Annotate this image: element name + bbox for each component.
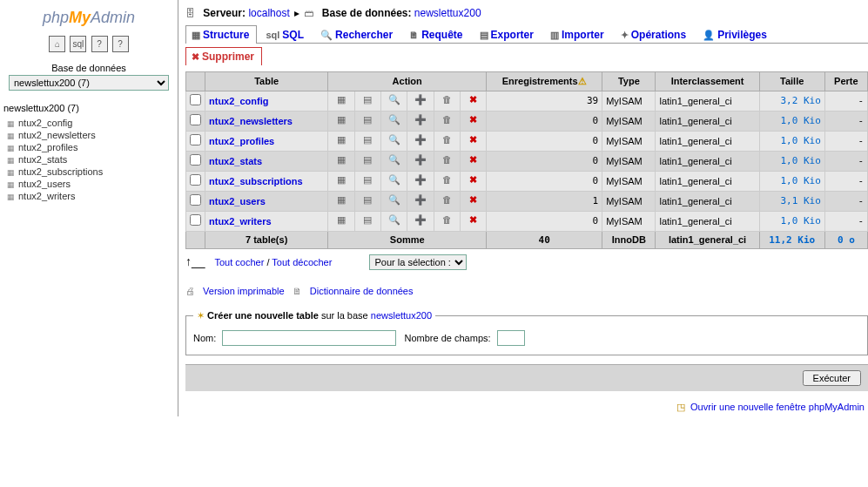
table-name-link[interactable]: ntux2_newsletters: [209, 116, 293, 126]
structure-icon[interactable]: ▤: [360, 114, 374, 128]
type-cell: MyISAM: [602, 151, 656, 171]
insert-icon[interactable]: ➕: [414, 214, 427, 228]
db-link[interactable]: newslettux200: [414, 7, 481, 19]
search-icon[interactable]: 🔍: [387, 214, 401, 228]
insert-icon[interactable]: ➕: [414, 134, 427, 148]
search-icon[interactable]: 🔍: [387, 154, 401, 168]
table-name-link[interactable]: ntux2_stats: [209, 156, 262, 166]
sidebar-table-link[interactable]: ntux2_stats: [18, 154, 67, 165]
row-checkbox[interactable]: [190, 214, 201, 226]
row-checkbox[interactable]: [190, 174, 201, 186]
table-name-link[interactable]: ntux2_subscriptions: [209, 176, 303, 186]
tab-operations[interactable]: ✦Opérations: [615, 25, 694, 44]
browse-icon[interactable]: ▦: [334, 194, 348, 208]
browse-icon[interactable]: ▦: [334, 214, 348, 228]
sql-icon[interactable]: sql: [70, 36, 86, 52]
search-icon[interactable]: 🔍: [387, 134, 401, 148]
structure-icon[interactable]: ▤: [360, 94, 374, 108]
drop-icon[interactable]: ✖: [466, 134, 480, 148]
row-checkbox[interactable]: [190, 134, 201, 145]
docs-icon[interactable]: ?: [112, 36, 129, 52]
sum-records: 40: [487, 231, 602, 248]
drop-icon[interactable]: ✖: [466, 154, 480, 168]
size-cell: 1,0 Kio: [759, 171, 824, 191]
home-icon[interactable]: ⌂: [49, 36, 65, 52]
table-name-link[interactable]: ntux2_profiles: [209, 136, 274, 146]
tab-structure[interactable]: ▦Structure: [185, 25, 257, 44]
insert-icon[interactable]: ➕: [414, 114, 427, 128]
browse-icon[interactable]: ▦: [334, 114, 348, 128]
dict-link[interactable]: Dictionnaire de données: [310, 286, 414, 296]
help-icon[interactable]: ?: [91, 36, 108, 52]
query-icon: 🗎: [409, 30, 419, 40]
search-icon[interactable]: 🔍: [387, 194, 401, 208]
sidebar-table-link[interactable]: ntux2_profiles: [18, 142, 78, 152]
empty-icon[interactable]: 🗑: [440, 194, 454, 208]
table-name-input[interactable]: [222, 330, 396, 346]
execute-button[interactable]: Exécuter: [803, 370, 861, 386]
empty-icon[interactable]: 🗑: [440, 174, 454, 188]
table-row: ntux2_profiles▦▤🔍➕🗑✖0MyISAMlatin1_genera…: [186, 131, 868, 151]
table-name-link[interactable]: ntux2_config: [209, 96, 268, 106]
browse-icon[interactable]: ▦: [334, 174, 348, 188]
create-legend-db[interactable]: newslettux200: [371, 310, 432, 321]
sidebar-table-link[interactable]: ntux2_users: [18, 179, 71, 189]
name-label: Nom:: [193, 333, 216, 343]
browse-icon[interactable]: ▦: [334, 94, 348, 108]
db-selector[interactable]: newslettux200 (7): [9, 75, 169, 91]
browse-icon[interactable]: ▦: [334, 134, 348, 148]
tab-import[interactable]: ▥Importer: [544, 25, 612, 44]
row-checkbox[interactable]: [190, 114, 201, 125]
sidebar: phpMyAdmin ⌂ sql ? ? Base de données new…: [0, 0, 178, 416]
drop-icon[interactable]: ✖: [466, 114, 480, 128]
overhead-cell: -: [824, 191, 867, 211]
search-icon[interactable]: 🔍: [387, 114, 401, 128]
insert-icon[interactable]: ➕: [414, 154, 427, 168]
structure-icon[interactable]: ▤: [360, 154, 374, 168]
empty-icon[interactable]: 🗑: [440, 134, 454, 148]
fields-count-input[interactable]: [497, 330, 525, 346]
insert-icon[interactable]: ➕: [414, 94, 427, 108]
empty-icon[interactable]: 🗑: [440, 114, 454, 128]
drop-icon[interactable]: ✖: [466, 214, 480, 228]
sidebar-table-link[interactable]: ntux2_config: [18, 118, 72, 128]
row-checkbox[interactable]: [190, 194, 201, 206]
overhead-cell: -: [824, 171, 867, 191]
tab-drop[interactable]: ✖Supprimer: [185, 47, 262, 65]
print-link[interactable]: Version imprimable: [203, 286, 285, 296]
tab-export[interactable]: ▤Exporter: [474, 25, 542, 44]
empty-icon[interactable]: 🗑: [440, 94, 454, 108]
with-selected-select[interactable]: Pour la sélection :: [369, 254, 467, 270]
check-all-link[interactable]: Tout cocher: [214, 257, 264, 267]
structure-icon[interactable]: ▤: [360, 214, 374, 228]
sidebar-table-link[interactable]: ntux2_subscriptions: [18, 166, 103, 177]
table-name-link[interactable]: ntux2_writers: [209, 216, 272, 227]
uncheck-all-link[interactable]: Tout décocher: [272, 257, 332, 267]
tab-query[interactable]: 🗎Requête: [403, 25, 470, 44]
table-name-link[interactable]: ntux2_users: [209, 196, 266, 206]
tab-sql[interactable]: sqlSQL: [259, 25, 312, 44]
tables-grid: Table Action Enregistrements⚠ Type Inter…: [185, 71, 868, 249]
new-window-link[interactable]: Ouvrir une nouvelle fenêtre phpMyAdmin: [690, 402, 865, 412]
collation-cell: latin1_general_ci: [656, 151, 759, 171]
structure-icon[interactable]: ▤: [360, 174, 374, 188]
empty-icon[interactable]: 🗑: [440, 154, 454, 168]
tab-privileges[interactable]: 👤Privilèges: [696, 25, 775, 44]
sidebar-table-link[interactable]: ntux2_newsletters: [18, 130, 96, 140]
empty-icon[interactable]: 🗑: [440, 214, 454, 228]
tab-search[interactable]: 🔍Rechercher: [314, 25, 400, 44]
drop-icon[interactable]: ✖: [466, 94, 480, 108]
row-checkbox[interactable]: [190, 154, 201, 166]
insert-icon[interactable]: ➕: [414, 174, 427, 188]
server-link[interactable]: localhost: [248, 7, 289, 19]
row-checkbox[interactable]: [190, 94, 201, 105]
sidebar-table-link[interactable]: ntux2_writers: [18, 191, 75, 201]
structure-icon[interactable]: ▤: [360, 194, 374, 208]
browse-icon[interactable]: ▦: [334, 154, 348, 168]
drop-icon[interactable]: ✖: [466, 194, 480, 208]
structure-icon[interactable]: ▤: [360, 134, 374, 148]
search-icon[interactable]: 🔍: [387, 94, 401, 108]
insert-icon[interactable]: ➕: [414, 194, 427, 208]
search-icon[interactable]: 🔍: [387, 174, 401, 188]
drop-icon[interactable]: ✖: [466, 174, 480, 188]
